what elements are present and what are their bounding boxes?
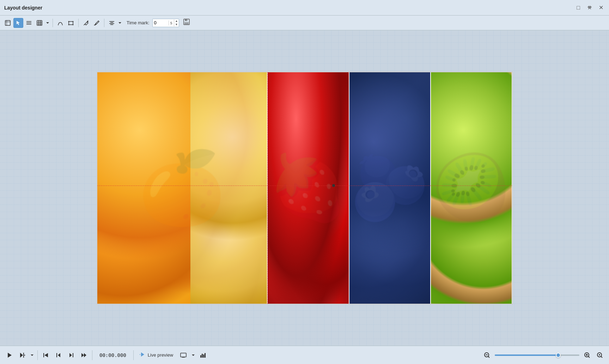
bottom-bar: 00:00.000 Live preview <box>0 346 609 364</box>
svg-rect-18 <box>110 22 113 23</box>
skip-back-button[interactable] <box>53 351 64 360</box>
layout-canvas[interactable] <box>97 72 513 304</box>
lines-tool-button[interactable] <box>24 18 34 28</box>
svg-rect-25 <box>23 353 24 358</box>
save-button[interactable] <box>181 17 193 28</box>
curve-tool-button[interactable] <box>55 18 65 28</box>
time-mark-label: Time mark: <box>127 20 150 25</box>
toolbar-group-align <box>107 18 122 28</box>
zoom-slider-track[interactable] <box>495 354 579 356</box>
skip-forward-button[interactable] <box>66 351 77 360</box>
svg-rect-36 <box>203 354 204 358</box>
live-preview-button[interactable]: Live preview <box>136 351 176 360</box>
toolbar-group-curve <box>55 18 76 28</box>
panel-strawberries[interactable] <box>267 72 348 304</box>
grid-dropdown-button[interactable] <box>45 18 50 28</box>
pin-button[interactable] <box>586 4 593 12</box>
marker-dot <box>332 184 335 187</box>
rect-edit-button[interactable] <box>66 18 76 28</box>
svg-line-46 <box>601 356 602 358</box>
svg-point-47 <box>599 354 600 356</box>
zoom-out-button[interactable] <box>482 350 492 360</box>
zoom-slider-thumb[interactable] <box>556 353 561 358</box>
svg-rect-26 <box>43 353 44 357</box>
svg-rect-34 <box>200 355 201 358</box>
bottom-sep1 <box>37 350 38 360</box>
svg-rect-11 <box>69 22 73 25</box>
time-mark-input-group: s ▲ ▼ <box>152 19 179 27</box>
align-dropdown-button[interactable] <box>117 18 122 28</box>
time-mark-arrows: ▲ ▼ <box>174 19 179 26</box>
time-mark-field[interactable] <box>153 20 169 25</box>
toolbar: Time mark: s ▲ ▼ <box>0 16 609 30</box>
sep2 <box>78 19 79 27</box>
panel-kiwi[interactable] <box>430 72 512 304</box>
svg-rect-19 <box>109 23 114 24</box>
svg-rect-6 <box>37 20 42 25</box>
play-next-button[interactable] <box>17 351 28 360</box>
svg-rect-28 <box>73 353 73 357</box>
svg-point-15 <box>73 24 74 25</box>
zoom-fit-button[interactable] <box>595 350 605 360</box>
stats-button[interactable] <box>198 351 208 359</box>
live-preview-label: Live preview <box>148 352 173 358</box>
svg-point-13 <box>73 21 74 22</box>
svg-point-12 <box>68 21 69 22</box>
bottom-sep2 <box>92 350 92 360</box>
svg-rect-17 <box>109 21 114 22</box>
panel-oranges[interactable] <box>97 72 267 304</box>
fast-forward-button[interactable] <box>79 351 89 360</box>
play-button[interactable] <box>4 351 15 360</box>
output-dropdown-button[interactable] <box>191 353 196 357</box>
title-bar: Layout designer □ ✕ <box>0 0 609 16</box>
align-tool-button[interactable] <box>107 18 117 28</box>
zoom-controls <box>482 350 605 360</box>
svg-rect-23 <box>184 22 189 24</box>
toolbar-group-tools <box>3 18 50 28</box>
svg-rect-37 <box>205 353 206 358</box>
svg-rect-5 <box>26 24 31 25</box>
svg-marker-29 <box>141 352 144 357</box>
title-controls: □ ✕ <box>574 4 605 12</box>
svg-rect-4 <box>26 23 31 23</box>
live-preview-icon <box>139 352 146 358</box>
bottom-sep3 <box>133 350 134 360</box>
svg-rect-0 <box>5 20 10 25</box>
time-mark-up[interactable]: ▲ <box>174 19 179 23</box>
close-button[interactable]: ✕ <box>597 4 605 12</box>
svg-rect-3 <box>26 21 31 22</box>
svg-rect-31 <box>181 353 186 357</box>
svg-line-44 <box>588 356 590 358</box>
svg-rect-27 <box>56 353 57 357</box>
edit-tool2-button[interactable] <box>92 18 102 28</box>
canvas-area <box>0 30 609 346</box>
toolbar-group-edit <box>81 18 102 28</box>
screen-output-button[interactable] <box>178 351 189 359</box>
time-mark-unit: s <box>169 20 174 25</box>
zoom-slider-fill <box>495 354 558 356</box>
window-title: Layout designer <box>4 5 42 11</box>
edit-tool1-button[interactable] <box>81 18 91 28</box>
zoom-in-button[interactable] <box>582 350 592 360</box>
svg-point-14 <box>68 24 69 25</box>
svg-rect-20 <box>110 24 113 25</box>
play-dropdown-button[interactable] <box>30 353 35 357</box>
panel-blueberries[interactable] <box>349 72 430 304</box>
sep3 <box>104 19 104 27</box>
time-mark-down[interactable]: ▼ <box>174 23 179 26</box>
rewind-button[interactable] <box>41 351 51 360</box>
select-tool-button[interactable] <box>3 18 13 28</box>
svg-rect-24 <box>185 19 186 21</box>
time-display: 00:00.000 <box>95 352 130 358</box>
sep1 <box>53 19 53 27</box>
check-tool-button[interactable] <box>13 18 23 28</box>
svg-rect-35 <box>202 354 203 358</box>
svg-line-40 <box>488 356 489 358</box>
grid-tool-button[interactable] <box>35 18 44 28</box>
maximize-button[interactable]: □ <box>574 4 582 12</box>
